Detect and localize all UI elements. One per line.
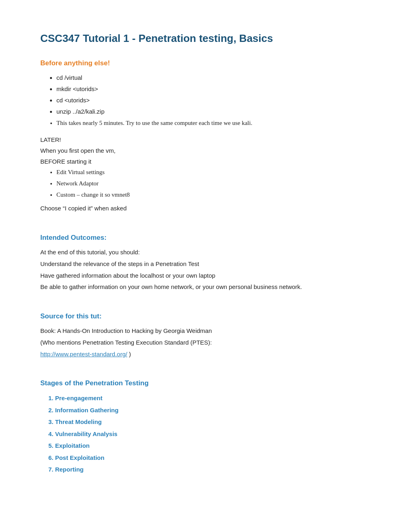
- before-bullet-list: cd /virtual mkdir <utorids> cd <utorids>…: [56, 73, 371, 128]
- link-after-text: ): [127, 351, 131, 357]
- section-before: Before anything else! cd /virtual mkdir …: [40, 59, 371, 214]
- list-item: Pre-engagement: [48, 393, 371, 403]
- later-line-3: BEFORE starting it: [40, 157, 371, 167]
- list-item: This takes nearly 5 minutes. Try to use …: [56, 118, 371, 128]
- later-line-1: LATER!: [40, 135, 371, 145]
- later-line-2: When you first open the vm,: [40, 146, 371, 156]
- pentest-standard-link[interactable]: http://www.pentest-standard.org/: [40, 351, 127, 357]
- source-link-line: http://www.pentest-standard.org/ ): [40, 349, 371, 360]
- list-item: Post Exploitation: [48, 453, 371, 463]
- list-item: Vulnerability Analysis: [48, 429, 371, 439]
- list-item: cd /virtual: [56, 73, 371, 83]
- later-bullet-list: Edit Virtual settings Network Adaptor Cu…: [56, 167, 371, 200]
- outcomes-line-1: At the end of this tutorial, you should:: [40, 247, 371, 258]
- outcomes-line-2: Understand the relevance of the steps in…: [40, 259, 371, 269]
- list-item: Information Gathering: [48, 405, 371, 416]
- section-outcomes: Intended Outcomes: At the end of this tu…: [40, 234, 371, 292]
- outcomes-line-3: Have gathered information about the loca…: [40, 271, 371, 281]
- source-line-2: (Who mentions Penetration Testing Execut…: [40, 338, 371, 348]
- after-later-text: Choose “I copied it” when asked: [40, 204, 371, 214]
- list-item: Reporting: [48, 464, 371, 475]
- section-stages: Stages of the Penetration Testing Pre-en…: [40, 379, 371, 475]
- list-item: unzip ../a2/kali.zip: [56, 107, 371, 116]
- list-item: Threat Modeling: [48, 417, 371, 427]
- list-item: cd <utorids>: [56, 96, 371, 105]
- source-line-1: Book: A Hands-On Introduction to Hacking…: [40, 326, 371, 336]
- outcomes-line-4: Be able to gather information on your ow…: [40, 282, 371, 292]
- outcomes-heading: Intended Outcomes:: [40, 234, 371, 242]
- page-container: CSC347 Tutorial 1 - Penetration testing,…: [0, 0, 411, 520]
- stages-heading: Stages of the Penetration Testing: [40, 379, 371, 387]
- section-source: Source for this tut: Book: A Hands-On In…: [40, 312, 371, 359]
- list-item: Custom – change it so vmnet8: [56, 190, 371, 200]
- source-heading: Source for this tut:: [40, 312, 371, 320]
- before-heading: Before anything else!: [40, 59, 371, 67]
- list-item: Exploitation: [48, 441, 371, 451]
- stages-list: Pre-engagement Information Gathering Thr…: [48, 393, 371, 475]
- list-item: Network Adaptor: [56, 179, 371, 188]
- source-line-2-text: (Who mentions Penetration Testing Execut…: [40, 339, 212, 346]
- main-title: CSC347 Tutorial 1 - Penetration testing,…: [40, 32, 371, 45]
- list-item: mkdir <utorids>: [56, 84, 371, 94]
- list-item: Edit Virtual settings: [56, 167, 371, 177]
